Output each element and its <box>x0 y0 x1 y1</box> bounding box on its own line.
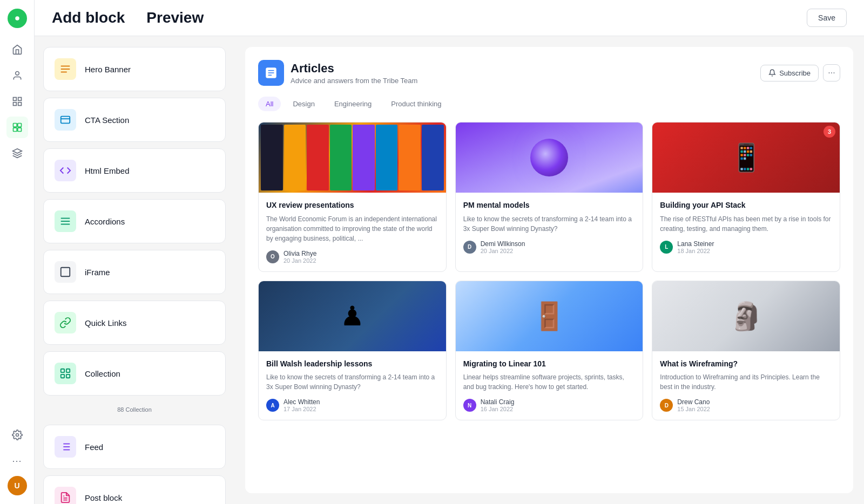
author-info-4: Alec Whitten 17 Jan 2022 <box>284 398 320 412</box>
sidebar-item-blocks[interactable] <box>6 117 28 138</box>
block-item-iframe[interactable]: iFrame <box>43 250 226 294</box>
save-button[interactable]: Save <box>807 9 847 27</box>
article-card-4[interactable]: ♟ Bill Walsh leadership lessons Like to … <box>258 281 447 421</box>
author-info-1: Olivia Rhye 20 Jan 2022 <box>284 250 316 264</box>
filter-tabs: All Design Engineering Product thinking <box>258 97 840 111</box>
filter-tab-design[interactable]: Design <box>285 97 322 111</box>
filter-tab-all[interactable]: All <box>258 97 281 111</box>
block-label-html-embed: Html Embed <box>85 166 130 175</box>
svg-rect-8 <box>13 128 17 132</box>
article-img-3: 📱 3 <box>652 122 840 193</box>
filter-tab-product-thinking[interactable]: Product thinking <box>383 97 449 111</box>
article-title-2: PM mental models <box>463 200 636 211</box>
article-card-1[interactable]: UX review presentations The World Econom… <box>258 122 447 272</box>
author-info-5: Natali Craig 16 Jan 2022 <box>481 398 515 412</box>
svg-rect-4 <box>18 103 21 106</box>
article-author-3: L Lana Steiner 18 Jan 2022 <box>660 240 832 254</box>
articles-brand: Articles Advice and answers from the Tri… <box>258 60 417 86</box>
article-body-6: What is Wireframing? Introduction to Wir… <box>652 351 840 420</box>
article-grid: UX review presentations The World Econom… <box>258 122 840 420</box>
sidebar-item-list[interactable] <box>6 91 28 112</box>
svg-rect-5 <box>13 103 16 106</box>
author-avatar-6: D <box>660 399 673 412</box>
author-avatar-5: N <box>463 399 476 412</box>
author-name-2: Demi Wllkinson <box>481 240 525 248</box>
filter-tab-engineering[interactable]: Engineering <box>327 97 379 111</box>
sidebar-item-users[interactable] <box>6 65 28 86</box>
page-title: Add block <box>52 9 125 26</box>
svg-rect-23 <box>61 374 64 378</box>
article-card-5[interactable]: 🚪 Migrating to Linear 101 Linear helps s… <box>455 281 644 421</box>
sidebar-item-home[interactable] <box>6 39 28 60</box>
feed-icon <box>55 436 76 458</box>
block-label-post-block: Post block <box>85 493 122 502</box>
author-date-6: 15 Jan 2022 <box>677 406 710 412</box>
author-avatar-4: A <box>266 399 279 412</box>
block-item-html-embed[interactable]: Html Embed <box>43 148 226 193</box>
block-item-accordions[interactable]: Accordions <box>43 199 226 243</box>
author-date-1: 20 Jan 2022 <box>284 257 316 264</box>
block-label-feed: Feed <box>85 442 103 452</box>
article-body-3: Building your API Stack The rise of REST… <box>652 193 840 262</box>
more-options-button[interactable]: ··· <box>6 450 28 472</box>
author-name-5: Natali Craig <box>481 398 515 406</box>
subscribe-button[interactable]: Subscribe <box>760 65 819 81</box>
article-card-6[interactable]: 🗿 What is Wireframing? Introduction to W… <box>652 281 840 421</box>
block-item-cta-section[interactable]: CTA Section <box>43 98 226 142</box>
main-wrapper: Add block Preview Save Hero Banner CTA S… <box>35 0 864 504</box>
article-author-1: O Olivia Rhye 20 Jan 2022 <box>266 250 438 264</box>
article-card-2[interactable]: PM mental models Like to know the secret… <box>455 122 644 272</box>
article-body-4: Bill Walsh leadership lessons Like to kn… <box>259 351 446 420</box>
app-logo[interactable] <box>8 9 27 28</box>
author-name-3: Lana Steiner <box>677 240 714 248</box>
articles-title: Articles <box>291 62 417 76</box>
collection-icon <box>55 363 76 384</box>
preview-card: Articles Advice and answers from the Tri… <box>245 47 853 493</box>
header-actions: Save <box>807 9 847 27</box>
block-label-quick-links: Quick Links <box>85 318 127 328</box>
hero-banner-icon <box>55 58 76 80</box>
preview-title: Preview <box>146 9 204 26</box>
author-date-3: 18 Jan 2022 <box>677 248 714 254</box>
header: Add block Preview Save <box>35 0 864 36</box>
block-item-feed[interactable]: Feed <box>43 425 226 469</box>
article-img-2 <box>456 122 643 193</box>
block-item-post-block[interactable]: Post block <box>43 475 226 504</box>
articles-actions: Subscribe ··· <box>760 64 840 81</box>
articles-subtitle: Advice and answers from the Tribe Team <box>291 77 417 85</box>
articles-header: Articles Advice and answers from the Tri… <box>258 60 840 86</box>
author-info-3: Lana Steiner 18 Jan 2022 <box>677 240 714 254</box>
article-img-6: 🗿 <box>652 281 840 351</box>
more-button[interactable]: ··· <box>823 64 840 81</box>
article-title-5: Migrating to Linear 101 <box>463 359 636 370</box>
quick-links-icon <box>55 312 76 333</box>
user-avatar[interactable]: U <box>8 476 27 495</box>
article-title-1: UX review presentations <box>266 200 438 211</box>
article-body-1: UX review presentations The World Econom… <box>259 193 446 271</box>
sidebar-item-settings[interactable] <box>6 424 28 446</box>
svg-rect-2 <box>13 98 16 101</box>
collection-count: 88 Collection <box>43 402 226 418</box>
svg-rect-22 <box>66 369 70 372</box>
sidebar-item-layers[interactable] <box>6 142 28 164</box>
article-author-4: A Alec Whitten 17 Jan 2022 <box>266 398 438 412</box>
svg-rect-20 <box>61 268 70 277</box>
article-title-3: Building your API Stack <box>660 200 832 211</box>
author-name-1: Olivia Rhye <box>284 250 316 257</box>
block-item-hero-banner[interactable]: Hero Banner <box>43 47 226 91</box>
block-item-collection[interactable]: Collection <box>43 351 226 396</box>
block-item-quick-links[interactable]: Quick Links <box>43 301 226 345</box>
block-list: Hero Banner CTA Section Html Embed <box>35 36 234 504</box>
article-desc-5: Linear helps streamline software project… <box>463 372 636 392</box>
author-date-4: 17 Jan 2022 <box>284 406 320 412</box>
iframe-icon <box>55 261 76 283</box>
articles-logo <box>258 60 284 86</box>
svg-rect-15 <box>61 117 70 124</box>
cta-section-icon <box>55 109 76 131</box>
author-info-2: Demi Wllkinson 20 Jan 2022 <box>481 240 525 254</box>
article-card-3[interactable]: 📱 3 Building your API Stack The rise of … <box>652 122 840 272</box>
svg-rect-21 <box>61 369 64 372</box>
article-desc-3: The rise of RESTful APIs has been met by… <box>660 214 832 234</box>
author-info-6: Drew Cano 15 Jan 2022 <box>677 398 710 412</box>
svg-marker-10 <box>12 149 22 153</box>
